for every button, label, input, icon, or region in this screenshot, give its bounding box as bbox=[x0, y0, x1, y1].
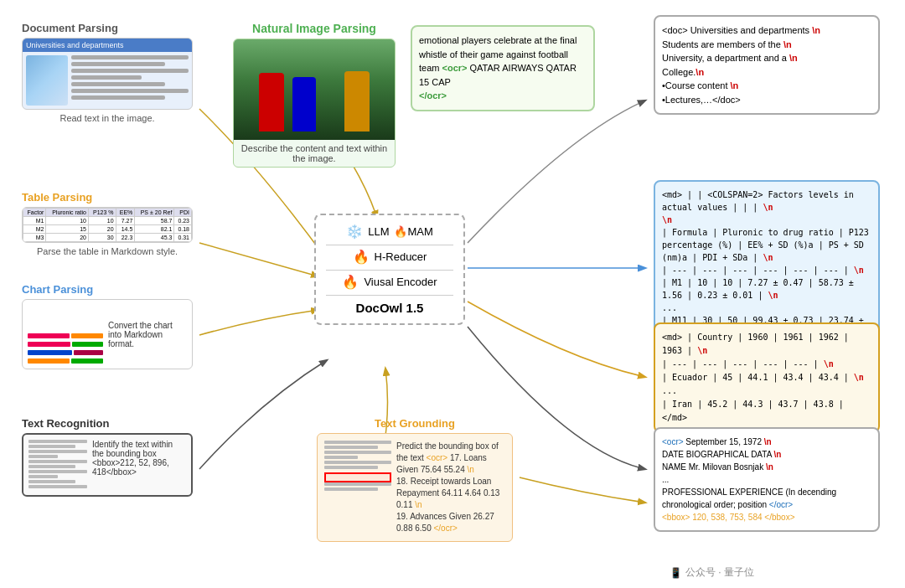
bbox-content: <bbox> 120, 538, 753, 584 </bbox> bbox=[662, 513, 794, 522]
rp2-nl5: \n bbox=[768, 291, 778, 300]
bar-row-4 bbox=[28, 358, 103, 364]
grounding-text-content: Predict the bounding box of the text <oc… bbox=[396, 441, 505, 534]
doc-header-text: Universities and departments bbox=[26, 41, 124, 49]
text-grounding-box: Predict the bounding box of the text <oc… bbox=[317, 433, 513, 542]
visual-encoder-row: 🔥 Viusal Encoder bbox=[326, 274, 453, 290]
bar-2-1 bbox=[28, 342, 70, 347]
newline-5: \n bbox=[731, 80, 739, 90]
grounding-highlight bbox=[324, 472, 391, 482]
table-row: M110107.2758.70.23 bbox=[23, 217, 192, 225]
visual-encoder-label: Viusal Encoder bbox=[364, 276, 437, 288]
soccer-image bbox=[234, 39, 395, 140]
doc-line-3 bbox=[71, 69, 189, 73]
fire-emoji-2: 🔥 bbox=[342, 274, 359, 290]
mini-table: Factor Pluronic ratio P123 % EE% PS ± 20… bbox=[23, 208, 192, 242]
rp4-nl1: \n bbox=[764, 437, 772, 446]
player-3 bbox=[344, 71, 370, 132]
doc-line-7 bbox=[71, 95, 165, 100]
bar-row-2 bbox=[28, 342, 103, 347]
main-container: Document Parsing Universities and depart… bbox=[0, 0, 905, 588]
text-recog-image bbox=[28, 440, 87, 490]
center-prompt-box: emotional players celebrate at the final… bbox=[411, 25, 595, 111]
text-recognition-box: Identify the text within the bounding bo… bbox=[22, 433, 193, 497]
player-2 bbox=[292, 77, 316, 132]
document-parsing-caption: Read text in the image. bbox=[22, 113, 193, 123]
table-parsing-title: Table Parsing bbox=[22, 191, 193, 204]
th-ps: PS ± 20 Ref bbox=[135, 209, 174, 217]
right-panel-document: <doc> Universities and departments \n St… bbox=[654, 15, 880, 115]
document-parsing-box: Universities and departments bbox=[22, 38, 193, 110]
text-recognition-description: Identify the text within the bounding bo… bbox=[92, 440, 186, 490]
newline-1: \n bbox=[812, 25, 820, 35]
newline-tag-2: \n bbox=[415, 500, 421, 509]
th-factor: Factor bbox=[23, 209, 46, 217]
h-reducer-label: H-Reducer bbox=[375, 250, 427, 263]
table-parsing-box: Factor Pluronic ratio P123 % EE% PS ± 20… bbox=[22, 207, 193, 243]
llm-mam-row: ❄️ LLM 🔥MAM bbox=[326, 224, 453, 240]
natural-image-box: Describe the content and text within the… bbox=[233, 39, 396, 168]
bar-3-2 bbox=[74, 350, 103, 355]
bar-4-1 bbox=[28, 358, 70, 364]
chart-parsing-title: Chart Parsing bbox=[22, 283, 193, 296]
rp3-nl3: \n bbox=[854, 373, 864, 382]
watermark: 📱 公众号 · 量子位 bbox=[670, 565, 754, 580]
text-recognition-title: Text Recognition bbox=[22, 417, 193, 430]
newline-2: \n bbox=[783, 39, 792, 49]
ocr-tag-close: </ocr> bbox=[419, 90, 447, 101]
right-panel-country: <md> | Country | 1960 | 1961 | 1962 | 19… bbox=[654, 322, 880, 433]
bar-1-1 bbox=[28, 333, 70, 338]
rp2-nl4: \n bbox=[854, 266, 864, 275]
natural-image-parsing-panel: Natural Image Parsing Describe the conte… bbox=[226, 15, 402, 174]
ocr-tag: <ocr> bbox=[427, 453, 448, 462]
watermark-text: 公众号 · 量子位 bbox=[685, 565, 754, 580]
ocr-close: </ocr> bbox=[769, 500, 793, 509]
ocr-open: <ocr> bbox=[662, 437, 684, 446]
doc-line-5 bbox=[71, 82, 165, 86]
bar-row-3 bbox=[28, 350, 103, 355]
separator-1 bbox=[326, 245, 453, 245]
watermark-icon: 📱 bbox=[670, 567, 682, 579]
rp4-nl2: \n bbox=[774, 450, 782, 459]
th-p123: P123 % bbox=[89, 209, 116, 217]
chart-caption-label: Convert the chart into Markdown format. bbox=[108, 321, 187, 348]
bar-2-2 bbox=[72, 342, 103, 347]
player-1 bbox=[259, 73, 284, 132]
ocr-tag-open: <ocr> bbox=[442, 63, 468, 73]
separator-2 bbox=[326, 270, 453, 271]
chart-parsing-panel: Chart Parsing bbox=[15, 276, 199, 376]
docowl-center-box: ❄️ LLM 🔥MAM 🔥 H-Reducer 🔥 Viusal Encoder… bbox=[314, 214, 465, 325]
table-parsing-panel: Table Parsing Factor Pluronic ratio P123… bbox=[15, 184, 199, 263]
table-header-row: Factor Pluronic ratio P123 % EE% PS ± 20… bbox=[23, 209, 192, 217]
chart-parsing-box: Convert the chart into Markdown format. bbox=[22, 299, 193, 369]
th-ratio: Pluronic ratio bbox=[46, 209, 89, 217]
document-parsing-title: Document Parsing bbox=[22, 22, 193, 34]
table-parsing-caption: Parse the table in Markdown style. bbox=[22, 246, 193, 256]
right-panel-biographical: <ocr> September 15, 1972 \n DATE BIOGRAP… bbox=[654, 427, 880, 532]
rp4-nl3: \n bbox=[766, 462, 773, 472]
newline-tag: \n bbox=[468, 465, 474, 474]
document-parsing-panel: Document Parsing Universities and depart… bbox=[15, 15, 199, 130]
mam-label: 🔥MAM bbox=[394, 225, 432, 238]
newline-3: \n bbox=[789, 53, 798, 63]
table-row: M2152014.582.10.18 bbox=[23, 225, 192, 234]
separator-3 bbox=[326, 295, 453, 296]
newline-4: \n bbox=[696, 67, 704, 77]
rp2-nl2: \n bbox=[662, 215, 672, 224]
rp3-nl1: \n bbox=[697, 346, 707, 355]
snow-emoji: ❄️ bbox=[346, 224, 363, 240]
doc-line-1 bbox=[71, 55, 189, 59]
ocr-close-tag: </ocr> bbox=[433, 524, 457, 533]
natural-image-title: Natural Image Parsing bbox=[233, 22, 396, 35]
th-ee: EE% bbox=[116, 209, 135, 217]
text-grounding-title: Text Grounding bbox=[317, 417, 513, 430]
doc-line-4 bbox=[71, 75, 142, 80]
doc-image-placeholder bbox=[26, 55, 68, 106]
table-row: M3203022.345.30.31 bbox=[23, 234, 192, 242]
grounding-doc-preview bbox=[324, 441, 391, 534]
text-grounding-panel: Text Grounding Predict the bounding box … bbox=[310, 410, 520, 549]
doc-text-lines bbox=[71, 55, 189, 106]
rp2-nl1: \n bbox=[763, 203, 773, 212]
doc-content bbox=[23, 52, 192, 109]
rp2-nl3: \n bbox=[763, 253, 773, 262]
doc-line-2 bbox=[71, 62, 165, 66]
